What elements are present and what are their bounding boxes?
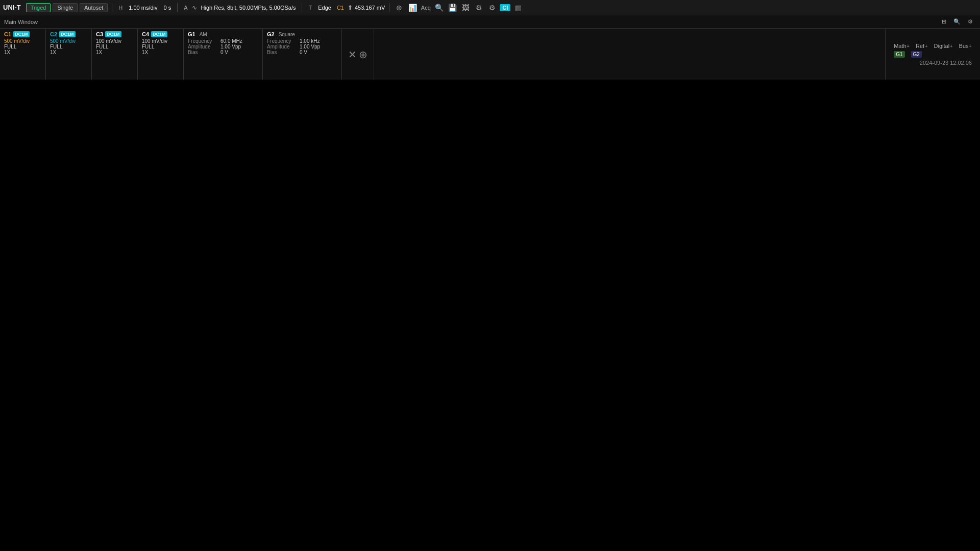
ch2-name: C2 — [50, 31, 57, 37]
rising-edge-icon: ⬆ — [348, 4, 353, 11]
separator3 — [302, 3, 302, 12]
ch4-stat2: FULL — [142, 44, 179, 49]
math-button[interactable]: Math+ — [894, 43, 910, 49]
ch3-block: C3 DC1M 100 mV/div FULL 1X — [92, 29, 138, 80]
ch2-stat2: FULL — [50, 44, 87, 49]
datetime-display: 2024-09-23 12:02:06 — [894, 60, 972, 66]
g2-amp-row: Amplitude 1.00 Vpp — [267, 44, 337, 49]
a-label: A — [182, 5, 189, 11]
ch4-name: C4 — [142, 31, 149, 37]
zoom-icon[interactable]: 🔍 — [951, 16, 963, 28]
ch2-block: C2 DC1M 500 mV/div FULL 1X — [46, 29, 92, 80]
acq-mode-value: High Res, 8bit, 50.00MPts, 5.00GSa/s — [199, 5, 298, 11]
ch1-block: C1 DC1M 500 mV/div FULL 1X — [0, 29, 46, 80]
g2-bias-key: Bias — [267, 49, 298, 55]
g2-bias-row: Bias 0 V — [267, 49, 337, 55]
ch3-stat2: FULL — [96, 44, 133, 49]
g2-freq-key: Frequency — [267, 38, 298, 44]
ref-button[interactable]: Ref+ — [916, 43, 928, 49]
trigger-ch: C1 — [335, 5, 346, 11]
sec-toolbar: Main Window ⊞ 🔍 ⚙ — [0, 15, 980, 29]
ci-badge: CI — [500, 4, 510, 11]
g1-amp-row: Amplitude 1.00 Vpp — [188, 44, 258, 49]
ch1-name: C1 — [4, 31, 11, 37]
g1-bias-key: Bias — [188, 49, 218, 55]
cursor-icon[interactable]: ⊕ — [394, 2, 405, 13]
ch2-stat3: 1X — [50, 49, 87, 55]
g2-bottom-mode: Square — [279, 32, 295, 37]
h-label: H — [116, 5, 125, 11]
search-icon[interactable]: 🔍 — [433, 2, 445, 13]
main-window-title: Main Window — [4, 19, 38, 25]
g2-tool-badge[interactable]: G2 — [911, 51, 922, 58]
ch3-stat1: 100 mV/div — [96, 38, 133, 44]
calibrate-icon[interactable]: ⚙ — [473, 2, 484, 13]
screenshot-icon[interactable]: 🖼 — [460, 2, 471, 13]
trigger-type-value: Edge — [316, 5, 333, 11]
g2-bottom-header: G2 Square — [267, 31, 337, 37]
sec-icons: ⊞ 🔍 ⚙ — [938, 16, 976, 28]
cursor-cross-icon[interactable]: ⊕ — [359, 48, 368, 61]
g2-freq-row: Frequency 1.00 kHz — [267, 38, 337, 44]
separator2 — [177, 3, 178, 12]
cross-icon[interactable]: ✕ — [348, 48, 357, 61]
separator4 — [389, 3, 389, 12]
right-tools: Math+ Ref+ Digital+ Bus+ G1 G2 2024-09-2… — [885, 29, 980, 80]
digital-button[interactable]: Digital+ — [934, 43, 953, 49]
g1-freq-val: 60.0 MHz — [220, 38, 242, 44]
ch1-badge: DC1M — [13, 31, 30, 37]
measure-icon[interactable]: 📊 — [407, 2, 418, 13]
g1-bias-row: Bias 0 V — [188, 49, 258, 55]
bus-button[interactable]: Bus+ — [959, 43, 972, 49]
ch3-name: C3 — [96, 31, 103, 37]
ch4-header: C4 DC1M — [142, 31, 179, 37]
select-icon[interactable]: ⊞ — [938, 16, 949, 28]
single-button[interactable]: Single — [53, 3, 78, 12]
g2-freq-val: 1.00 kHz — [300, 38, 320, 44]
ch3-badge: DC1M — [105, 31, 121, 37]
g1-amp-key: Amplitude — [188, 44, 218, 49]
tool-row-2: G1 G2 — [894, 51, 972, 58]
g2-amp-key: Amplitude — [267, 44, 298, 49]
save-icon[interactable]: 💾 — [447, 2, 458, 13]
settings-icon[interactable]: ⚙ — [486, 2, 498, 13]
g1-bottom-header: G1 AM — [188, 31, 258, 37]
offset-value: 0 s — [162, 5, 174, 11]
ch4-stat3: 1X — [142, 49, 179, 55]
ch1-stat3: 1X — [4, 49, 41, 55]
ch4-block: C4 DC1M 100 mV/div FULL 1X — [138, 29, 184, 80]
ch1-header: C1 DC1M — [4, 31, 41, 37]
triged-button[interactable]: Triged — [26, 3, 51, 12]
g1-bias-val: 0 V — [220, 49, 228, 55]
sec-settings-icon[interactable]: ⚙ — [965, 16, 976, 28]
g2-amp-val: 1.00 Vpp — [300, 44, 320, 49]
g2-bottom-name: G2 — [267, 31, 275, 37]
layout-icon[interactable]: ▦ — [512, 2, 524, 13]
g2-bottom-block: G2 Square Frequency 1.00 kHz Amplitude 1… — [263, 29, 342, 80]
ch1-stat1: 500 mV/div — [4, 38, 41, 44]
t-label: T — [306, 5, 314, 11]
measure-cross: ✕ ⊕ — [342, 29, 374, 80]
autoset-button[interactable]: Autoset — [80, 3, 108, 12]
bottom-bar: C1 DC1M 500 mV/div FULL 1X C2 DC1M 500 m… — [0, 29, 980, 80]
acq-icon[interactable]: Acq — [420, 2, 431, 13]
tool-row-1: Math+ Ref+ Digital+ Bus+ — [894, 43, 972, 49]
brand-logo: UNI-T — [3, 4, 21, 11]
g1-bottom-name: G1 — [188, 31, 195, 37]
g1-amp-val: 1.00 Vpp — [220, 44, 241, 49]
ch4-stat1: 100 mV/div — [142, 38, 179, 44]
g1-freq-row: Frequency 60.0 MHz — [188, 38, 258, 44]
ch4-badge: DC1M — [151, 31, 167, 37]
g2-bias-val: 0 V — [300, 49, 307, 55]
waveform-icon: ∿ — [192, 4, 197, 11]
g1-bottom-mode: AM — [200, 32, 207, 37]
ch3-header: C3 DC1M — [96, 31, 133, 37]
trigger-val: 453.167 mV — [355, 5, 385, 11]
time-div-value: 1.00 ms/div — [127, 5, 159, 11]
ch2-badge: DC1M — [59, 31, 76, 37]
g1-bottom-block: G1 AM Frequency 60.0 MHz Amplitude 1.00 … — [184, 29, 263, 80]
g1-freq-key: Frequency — [188, 38, 218, 44]
ch2-header: C2 DC1M — [50, 31, 87, 37]
g1-tool-badge[interactable]: G1 — [894, 51, 904, 58]
ch1-stat2: FULL — [4, 44, 41, 49]
